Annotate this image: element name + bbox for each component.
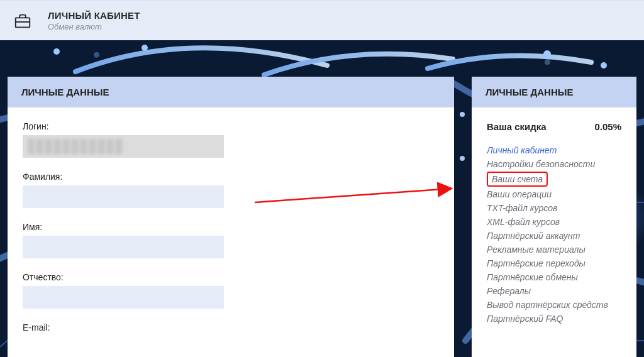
panel-heading-left: ЛИЧНЫЕ ДАННЫЕ (8, 77, 454, 107)
field-firstname: Имя: (23, 222, 439, 258)
email-label: E-mail: (23, 322, 439, 332)
discount-value: 0.05% (594, 121, 621, 132)
svg-point-2 (53, 48, 60, 55)
nav-item-security-settings[interactable]: Настройки безопасности (487, 157, 621, 171)
personal-data-panel: ЛИЧНЫЕ ДАННЫЕ Логин: Фамилия: Имя: Отчес… (8, 77, 454, 357)
field-login: Логин: (23, 121, 439, 158)
nav-item-referrals[interactable]: Рефералы (487, 284, 621, 298)
account-nav-list: Личный кабинет Настройки безопасности Ва… (487, 143, 621, 326)
patronymic-label: Отчество: (23, 272, 439, 282)
account-nav-panel: ЛИЧНЫЕ ДАННЫЕ Ваша скидка 0.05% Личный к… (472, 77, 636, 357)
nav-item-partner-account[interactable]: Партнёрский аккаунт (487, 229, 621, 243)
patronymic-input[interactable] (23, 286, 224, 309)
field-lastname: Фамилия: (23, 172, 439, 208)
nav-item-xml-rates[interactable]: XML-файл курсов (487, 215, 621, 229)
firstname-label: Имя: (23, 222, 439, 232)
nav-item-promo-materials[interactable]: Рекламные материалы (487, 243, 621, 256)
field-email: E-mail: (23, 322, 439, 332)
briefcase-icon (11, 9, 34, 32)
nav-item-partner-exchanges[interactable]: Партнёрские обмены (487, 270, 621, 284)
firstname-input[interactable] (23, 236, 224, 258)
login-label: Логин: (23, 121, 439, 131)
hero-banner (0, 40, 644, 77)
login-input[interactable] (23, 135, 224, 158)
nav-item-personal-cabinet[interactable]: Личный кабинет (487, 143, 621, 157)
page-title: ЛИЧНЫЙ КАБИНЕТ (48, 10, 140, 21)
discount-row: Ваша скидка 0.05% (487, 121, 621, 132)
svg-point-3 (142, 45, 148, 51)
topbar: ЛИЧНЫЙ КАБИНЕТ Обмен валют (0, 0, 644, 40)
panel-heading-right: ЛИЧНЫЕ ДАННЫЕ (472, 77, 636, 107)
nav-item-partner-faq[interactable]: Партнёрский FAQ (487, 312, 621, 326)
nav-item-partner-clicks[interactable]: Партнёрские переходы (487, 256, 621, 270)
svg-point-5 (601, 62, 607, 69)
svg-point-4 (543, 50, 551, 58)
nav-item-your-operations[interactable]: Ваши операции (487, 187, 621, 201)
discount-label: Ваша скидка (487, 121, 547, 132)
field-patronymic: Отчество: (23, 272, 439, 309)
lastname-input[interactable] (23, 185, 224, 208)
nav-item-partner-withdraw[interactable]: Вывод партнёрских средств (487, 298, 621, 312)
nav-item-your-accounts[interactable]: Ваши счета (487, 172, 548, 187)
lastname-label: Фамилия: (23, 172, 439, 182)
page-subtitle: Обмен валют (48, 22, 140, 31)
nav-item-txt-rates[interactable]: TXT-файл курсов (487, 201, 621, 215)
